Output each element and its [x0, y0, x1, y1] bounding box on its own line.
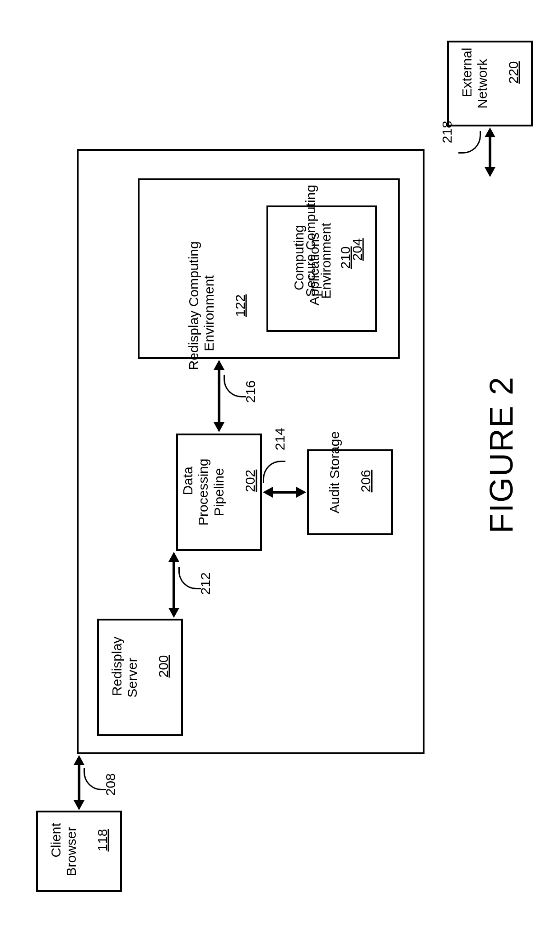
computing-applications-box: Computing Applications 210 — [266, 205, 377, 332]
connector-218-callout — [458, 131, 481, 154]
connector-212-head-down — [168, 608, 179, 618]
diagram-canvas: Redisplay Computing Environment 122 Clie… — [0, 0, 560, 933]
connector-218-line — [489, 136, 491, 168]
connector-212-head-up — [168, 552, 179, 562]
connector-218-label: 218 — [439, 118, 455, 145]
connector-212-label: 212 — [198, 570, 214, 597]
connector-214-label: 214 — [272, 425, 288, 453]
connector-208-head-down — [74, 800, 84, 810]
figure-caption: FIGURE 2 — [483, 371, 520, 533]
connector-212-line — [173, 561, 175, 609]
connector-216-label: 216 — [243, 378, 259, 405]
redisplay-server-box: Redisplay Server 200 — [97, 619, 183, 736]
connector-208-label: 208 — [103, 771, 119, 798]
client-browser-box: Client Browser 118 — [36, 811, 122, 892]
connector-214-line — [272, 491, 297, 494]
connector-216-head-down — [214, 422, 224, 432]
connector-218-head-up — [485, 127, 495, 137]
connector-214-head-left — [263, 487, 273, 498]
connector-216-line — [218, 369, 220, 423]
connector-208-head-up — [74, 755, 84, 765]
connector-208-line — [78, 764, 80, 801]
data-processing-pipeline-box: Data Processing Pipeline 202 — [176, 434, 262, 551]
audit-storage-box: Audit Storage 206 — [307, 449, 393, 535]
connector-218-head-down — [485, 167, 495, 177]
connector-216-head-up — [214, 360, 224, 370]
connector-214-head-right — [296, 487, 306, 498]
external-network-box: External Network 220 — [447, 41, 533, 126]
